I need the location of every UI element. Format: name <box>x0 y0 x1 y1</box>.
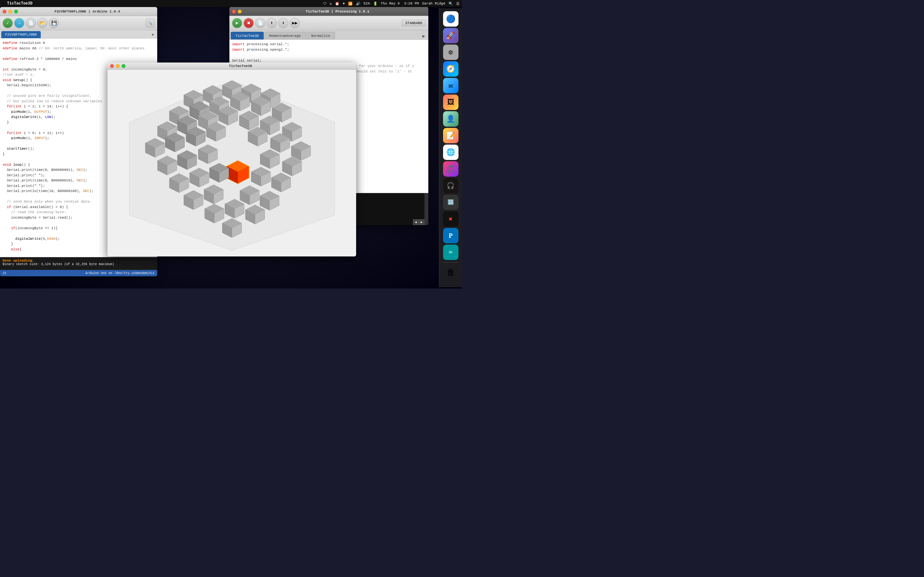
dock-icon-safari[interactable]: 🧭 <box>443 61 459 77</box>
wifi-icon: 📶 <box>348 2 352 6</box>
battery-icon: 🔋 <box>373 2 378 6</box>
processing-tab-label-2: Normalize <box>311 34 330 38</box>
game-titlebar: TicTacToe3D <box>107 63 356 69</box>
menubar-right: 🛡 ↻ ⏰ ♦ 📶 🔊 51% 🔋 Thu May 9 3:28 PM Sara… <box>323 2 460 6</box>
battery-percent: 51% <box>363 2 370 5</box>
arduino-title: F2CVBFTH0FLJ0BK | Arduino 1.0.4 <box>20 10 155 13</box>
processing-tab-label-1: MomentumAverage <box>269 34 301 38</box>
arduino-line-number: 21 <box>3 271 6 275</box>
processing-tab-normalize[interactable]: Normalize <box>306 32 335 39</box>
arduino-upload-button[interactable]: → <box>14 18 24 28</box>
menubar: TicTacToe3D 🛡 ↻ ⏰ ♦ 📶 🔊 51% 🔋 Thu May 9 … <box>0 0 462 7</box>
processing-stop-button[interactable]: ■ <box>244 18 254 28</box>
dock-icon-preferences[interactable]: ⚙️ <box>443 45 459 60</box>
code-line: #define resolution 8 <box>3 40 155 46</box>
arduino-tab[interactable]: F2CVBFTH0FLJ0BK <box>1 31 41 38</box>
processing-minimize-button[interactable] <box>238 10 242 13</box>
arduino-titlebar: F2CVBFTH0FLJ0BK | Arduino 1.0.4 <box>0 7 157 16</box>
code-line: import processing.serial.*; <box>232 42 426 47</box>
time-machine-icon: ⏰ <box>335 2 339 6</box>
app-name[interactable]: TicTacToe3D <box>7 1 32 6</box>
desktop: TicTacToe3D 🛡 ↻ ⏰ ♦ 📶 🔊 51% 🔋 Thu May 9 … <box>0 0 462 288</box>
dock: 🔵 🚀 ⚙️ 🧭 ✉️ 🖼 👤 📝 🌐 🎵 🎧 🔢 ✖ P ∞ 🗑 <box>439 8 462 287</box>
processing-console-scrollbar[interactable] <box>425 193 428 225</box>
processing-open-button[interactable]: ⬆ <box>267 18 277 28</box>
dock-icon-spotify[interactable]: 🎧 <box>443 178 459 193</box>
dock-icon-trash[interactable]: 🗑 <box>443 265 459 280</box>
arduino-open-button[interactable]: 📂 <box>37 18 47 28</box>
dock-icon-launchpad[interactable]: 🚀 <box>443 28 459 43</box>
bluetooth-icon: ♦ <box>342 2 345 5</box>
dock-icon-finder[interactable]: 🔵 <box>443 11 459 27</box>
user-name: Sarah Ridge <box>422 2 445 5</box>
dock-icon-photos[interactable]: 🖼 <box>443 95 459 110</box>
arduino-tab-label: F2CVBFTH0FLJ0BK <box>5 33 37 37</box>
arduino-minimize-button[interactable] <box>8 10 12 13</box>
arduino-toolbar: ✓ → 📄 📂 💾 🔍 <box>0 16 157 30</box>
processing-nav-left[interactable]: ◀ <box>413 219 419 225</box>
arduino-verify-button[interactable]: ✓ <box>3 18 13 28</box>
game-minimize-button[interactable] <box>116 64 120 68</box>
dock-icon-mail[interactable]: ✉️ <box>443 78 459 93</box>
game-maximize-button[interactable] <box>121 64 126 68</box>
processing-title: TicTacToe3D | Processing 1.5.1 <box>249 10 426 13</box>
processing-tab-label-0: TicTacToe3D <box>236 34 259 38</box>
arduino-close-button[interactable] <box>3 10 6 13</box>
code-line: import processing.opengl.*; <box>232 47 426 53</box>
arduino-tab-arrow[interactable]: ▼ <box>150 32 156 38</box>
processing-nav-arrows: ◀ ▶ <box>413 219 425 225</box>
processing-tab-tictactoe3d[interactable]: TicTacToe3D <box>231 32 264 39</box>
processing-tab-momentumaverage[interactable]: MomentumAverage <box>264 32 306 39</box>
game-title: TicTacToe3D <box>128 64 354 68</box>
processing-tab-bar: TicTacToe3D MomentumAverage Normalize ▶ <box>229 30 428 40</box>
processing-mode-button[interactable]: STANDARD <box>402 20 426 26</box>
processing-export-button[interactable]: ▶▶ <box>290 18 300 28</box>
code-line: #define refresh 2 * 1000000 / mains <box>3 56 155 62</box>
code-line: #define mains 60 // 60: north america, j… <box>3 46 155 51</box>
arduino-port-info: Arduino Uno on /dev/tty.usbmodem1411 <box>86 271 155 275</box>
game-board-area[interactable] <box>107 69 356 256</box>
arduino-bottom-bar: 21 Arduino Uno on /dev/tty.usbmodem1411 <box>0 270 157 276</box>
processing-close-button[interactable] <box>232 10 236 13</box>
dock-icon-music[interactable]: 🎵 <box>443 161 459 177</box>
sync-icon: ↻ <box>330 2 332 6</box>
arduino-tab-bar: F2CVBFTH0FLJ0BK ▼ <box>0 30 157 39</box>
processing-maximize-button[interactable] <box>244 10 247 13</box>
arduino-save-button[interactable]: 💾 <box>49 18 59 28</box>
dock-icon-chrome[interactable]: 🌐 <box>443 145 459 160</box>
dock-separator <box>443 262 459 263</box>
arduino-status-text: Done uploading. <box>3 259 155 263</box>
arduino-status-subtext: Binary sketch size: 3,124 bytes (of a 32… <box>3 263 155 266</box>
datetime: Thu May 9 3:28 PM <box>381 2 419 5</box>
processing-tab-more[interactable]: ▶ <box>421 33 427 39</box>
processing-toolbar: ▶ ■ 📄 ⬆ ⬇ ▶▶ STANDARD <box>229 16 428 30</box>
dock-icon-processing[interactable]: P <box>443 228 459 243</box>
processing-run-button[interactable]: ▶ <box>232 18 242 28</box>
game-close-button[interactable] <box>110 64 114 68</box>
game-window: TicTacToe3D <box>107 63 356 256</box>
menubar-left: TicTacToe3D <box>3 1 32 6</box>
arduino-maximize-button[interactable] <box>14 10 18 13</box>
volume-icon: 🔊 <box>356 2 360 6</box>
arduino-status-area: Done uploading. Binary sketch size: 3,12… <box>0 257 157 270</box>
dock-icon-addressbook[interactable]: 👤 <box>443 111 459 127</box>
dock-icon-calculator[interactable]: 🔢 <box>443 195 459 210</box>
processing-new-button[interactable]: 📄 <box>255 18 265 28</box>
arduino-new-button[interactable]: 📄 <box>26 18 36 28</box>
processing-titlebar: TicTacToe3D | Processing 1.5.1 <box>229 7 428 16</box>
arduino-serial-monitor-button[interactable]: 🔍 <box>145 19 155 27</box>
game-board-svg <box>113 71 351 255</box>
notification-center-icon[interactable]: ☰ <box>456 2 459 6</box>
security-icon: 🛡 <box>323 2 326 6</box>
dock-icon-notes[interactable]: 📝 <box>443 128 459 143</box>
dock-icon-x[interactable]: ✖ <box>443 211 459 227</box>
dock-icon-arduino[interactable]: ∞ <box>443 245 459 260</box>
spotlight-icon[interactable]: 🔍 <box>449 2 453 6</box>
processing-save-button[interactable]: ⬇ <box>278 18 288 28</box>
processing-nav-right[interactable]: ▶ <box>419 219 425 225</box>
